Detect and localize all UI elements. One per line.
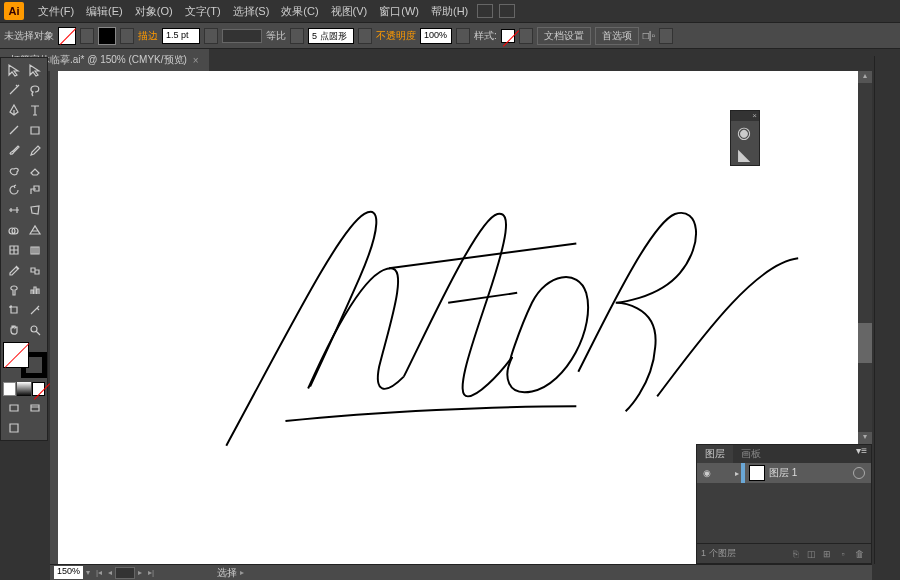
rotate-tool[interactable] [3,180,24,200]
nav-first-icon[interactable]: |◂ [93,568,105,577]
free-transform-tool[interactable] [24,200,45,220]
clip-mask-icon[interactable]: ◫ [803,549,819,559]
pen-tool[interactable] [3,100,24,120]
graph-tool[interactable] [24,280,45,300]
layer-name[interactable]: 图层 1 [769,466,847,480]
new-sublayer-icon[interactable]: ⊞ [819,549,835,559]
fill-box[interactable] [3,342,29,368]
gradient-tool[interactable] [24,240,45,260]
zoom-input[interactable]: 150% [54,566,83,579]
fill-swatch[interactable] [58,27,76,45]
perspective-tool[interactable] [24,220,45,240]
fill-dropdown[interactable] [80,28,94,44]
locate-icon[interactable]: ⎘ [787,549,803,559]
menu-help[interactable]: 帮助(H) [425,2,474,21]
slice-tool[interactable] [24,300,45,320]
hand-tool[interactable] [3,320,24,340]
nav-last-icon[interactable]: ▸| [145,568,157,577]
menu-object[interactable]: 对象(O) [129,2,179,21]
vertical-scrollbar[interactable]: ▴ ▾ [858,71,872,444]
scroll-down-icon[interactable]: ▾ [858,432,872,444]
shape-builder-tool[interactable] [3,220,24,240]
scale-tool[interactable] [24,180,45,200]
layers-panel: 图层 画板 ▾≡ ◉ ▸ 图层 1 1 个图层 ⎘ ◫ ⊞ ▫ 🗑 [696,444,872,564]
stroke-weight-input[interactable]: 1.5 pt [162,28,200,44]
zoom-tool[interactable] [24,320,45,340]
eyedropper-tool[interactable] [3,260,24,280]
menu-window[interactable]: 窗口(W) [373,2,425,21]
color-white[interactable] [3,382,16,396]
stroke-label[interactable]: 描边 [138,29,158,43]
selection-tool[interactable] [3,60,24,80]
color-panel-icon[interactable]: ◉ [731,121,757,143]
screen-mode-full[interactable] [24,398,45,418]
stroke-dropdown[interactable] [120,28,134,44]
scroll-thumb[interactable] [858,323,872,363]
right-dock[interactable] [874,56,900,564]
brush-input[interactable]: 5 点圆形 [308,28,354,44]
blob-brush-tool[interactable] [3,160,24,180]
eraser-tool[interactable] [24,160,45,180]
uniform-dd[interactable] [290,28,304,44]
status-dd[interactable]: ▸ [237,568,247,577]
panel-close-icon[interactable]: × [752,111,757,121]
arrange-icon[interactable] [499,4,515,18]
line-tool[interactable] [3,120,24,140]
menu-effect[interactable]: 效果(C) [275,2,324,21]
direct-select-tool[interactable] [24,60,45,80]
layer-count: 1 个图层 [701,547,787,560]
artboard-tool[interactable] [3,300,24,320]
layers-tab[interactable]: 图层 [697,445,733,463]
symbol-sprayer-tool[interactable] [3,280,24,300]
prefs-button[interactable]: 首选项 [595,27,639,45]
mesh-tool[interactable] [3,240,24,260]
blend-tool[interactable] [24,260,45,280]
expand-icon[interactable]: ▸ [733,469,741,478]
screen-mode-normal[interactable] [3,398,24,418]
align-dd[interactable] [659,28,673,44]
menu-type[interactable]: 文字(T) [179,2,227,21]
menu-edit[interactable]: 编辑(E) [80,2,129,21]
magic-wand-tool[interactable] [3,80,24,100]
color-none[interactable] [32,382,45,396]
pencil-tool[interactable] [24,140,45,160]
stroke-swatch[interactable] [98,27,116,45]
menu-select[interactable]: 选择(S) [227,2,276,21]
lasso-tool[interactable] [24,80,45,100]
style-dd[interactable] [519,28,533,44]
panel-menu-icon[interactable]: ▾≡ [852,445,871,463]
dash-preview[interactable] [222,29,262,43]
opacity-label[interactable]: 不透明度 [376,29,416,43]
type-tool[interactable] [24,100,45,120]
artboards-tab[interactable]: 画板 [733,445,769,463]
opacity-dd[interactable] [456,28,470,44]
color-gradient[interactable] [17,382,30,396]
nav-next-icon[interactable]: ▸ [135,568,145,577]
artboard-nav-input[interactable] [115,567,135,579]
style-swatch[interactable] [501,29,515,43]
swatches-panel-icon[interactable]: ◣ [731,143,757,165]
floating-panel[interactable]: × ◉ ◣ [730,110,760,166]
fill-stroke-control[interactable] [3,342,47,378]
visibility-icon[interactable]: ◉ [697,468,717,478]
target-icon[interactable] [853,467,865,479]
zoom-dd[interactable]: ▾ [83,568,93,577]
align-control[interactable]: □|▫ [643,30,655,41]
paintbrush-tool[interactable] [3,140,24,160]
nav-prev-icon[interactable]: ◂ [105,568,115,577]
opacity-input[interactable]: 100% [420,28,452,44]
layer-row[interactable]: ◉ ▸ 图层 1 [697,463,871,483]
delete-layer-icon[interactable]: 🗑 [851,549,867,559]
draw-mode[interactable] [3,418,25,438]
stroke-weight-dd[interactable] [204,28,218,44]
menu-view[interactable]: 视图(V) [325,2,374,21]
width-tool[interactable] [3,200,24,220]
rectangle-tool[interactable] [24,120,45,140]
doc-setup-button[interactable]: 文档设置 [537,27,591,45]
tab-close-icon[interactable]: × [193,55,199,66]
layout-icon[interactable] [477,4,493,18]
menu-file[interactable]: 文件(F) [32,2,80,21]
scroll-up-icon[interactable]: ▴ [858,71,872,83]
new-layer-icon[interactable]: ▫ [835,549,851,559]
brush-dd[interactable] [358,28,372,44]
